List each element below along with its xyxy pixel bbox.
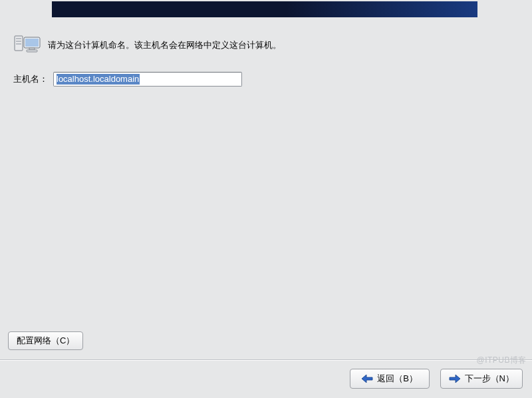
hostname-label: 主机名： [13,73,48,85]
computers-icon [13,33,43,57]
back-label: 返回（B） [377,373,418,385]
footer-separator [0,359,532,360]
footer-nav: 返回（B） 下一步（N） [350,369,523,389]
svg-rect-7 [27,50,37,52]
hostname-row: 主机名： localhost.localdomain [13,72,242,87]
top-banner [52,1,477,17]
back-button[interactable]: 返回（B） [350,369,430,389]
svg-rect-1 [16,38,21,39]
next-label: 下一步（N） [465,373,514,385]
configure-network-button[interactable]: 配置网络（C） [8,331,83,350]
next-button[interactable]: 下一步（N） [440,369,523,389]
instruction-text: 请为这台计算机命名。该主机名会在网络中定义这台计算机。 [48,39,281,51]
arrow-right-icon [449,374,461,383]
svg-rect-3 [16,43,21,45]
arrow-left-icon [361,374,373,383]
configure-network-label: 配置网络（C） [17,335,74,347]
svg-rect-2 [16,41,21,42]
header-row: 请为这台计算机命名。该主机名会在网络中定义这台计算机。 [13,33,281,57]
watermark-text: @ITPUB博客 [476,355,527,366]
hostname-input[interactable] [53,72,242,87]
svg-rect-5 [25,39,39,47]
